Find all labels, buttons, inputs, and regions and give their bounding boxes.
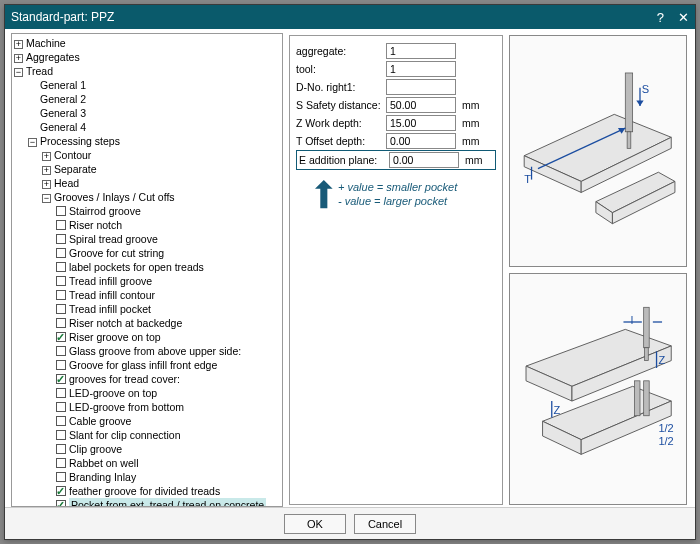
expand-icon[interactable]: + — [14, 54, 23, 63]
form-row: D-No. right1: — [296, 78, 496, 96]
window-title: Standard-part: PPZ — [11, 10, 114, 24]
checkbox[interactable] — [56, 262, 66, 272]
tree-leaf[interactable]: Groove for glass infill front edge — [69, 359, 217, 371]
form-label: aggregate: — [296, 45, 382, 57]
tree-node[interactable]: Contour — [54, 149, 91, 161]
tree-node-processing-steps[interactable]: Processing steps — [40, 135, 120, 147]
tree-leaf[interactable]: Riser notch — [69, 219, 122, 231]
tree-leaf[interactable]: Tread infill pocket — [69, 303, 151, 315]
form-input[interactable] — [386, 43, 456, 59]
checkbox[interactable] — [56, 444, 66, 454]
expand-icon[interactable]: + — [42, 152, 51, 161]
tree-node-grooves[interactable]: Grooves / Inlays / Cut offs — [54, 191, 175, 203]
form-input[interactable] — [389, 152, 459, 168]
checkbox[interactable] — [56, 248, 66, 258]
checkbox[interactable] — [56, 458, 66, 468]
tree-leaf[interactable]: Spiral tread groove — [69, 233, 158, 245]
svg-marker-0 — [282, 498, 283, 507]
form-unit: mm — [460, 117, 480, 129]
tree-leaf[interactable]: Clip groove — [69, 443, 122, 455]
tree-leaf[interactable]: Groove for cut string — [69, 247, 164, 259]
form-label: E addition plane: — [299, 154, 385, 166]
checkbox[interactable] — [56, 206, 66, 216]
form-input[interactable] — [386, 97, 456, 113]
tree-leaf[interactable]: feather groove for divided treads — [69, 485, 220, 497]
checkbox[interactable] — [56, 346, 66, 356]
tree-leaf[interactable]: Pocket from ext. tread / tread on concre… — [69, 498, 266, 507]
tree-leaf[interactable]: Riser notch at backedge — [69, 317, 182, 329]
checkbox[interactable] — [56, 304, 66, 314]
tree-node-tread[interactable]: Tread — [26, 65, 53, 77]
tree-leaf[interactable]: Riser groove on top — [69, 331, 161, 343]
window-controls: ? ✕ — [657, 11, 689, 24]
tree-node[interactable]: Head — [54, 177, 79, 189]
form-input[interactable] — [386, 115, 456, 131]
expand-icon[interactable]: + — [42, 180, 51, 189]
checkbox[interactable] — [56, 486, 66, 496]
svg-text:T: T — [524, 173, 531, 185]
tree-node[interactable]: General 4 — [40, 121, 86, 133]
arrow-left-icon — [282, 498, 283, 507]
tree-node[interactable]: General 2 — [40, 93, 86, 105]
checkbox[interactable] — [56, 402, 66, 412]
form-label: S Safety distance: — [296, 99, 382, 111]
tree-leaf[interactable]: Glass groove from above upper side: — [69, 345, 241, 357]
checkbox[interactable] — [56, 276, 66, 286]
expand-icon[interactable]: − — [28, 138, 37, 147]
tree-node[interactable]: Machine — [26, 37, 66, 49]
body: +Machine+Aggregates−TreadGeneral 1Genera… — [5, 29, 695, 507]
help-icon[interactable]: ? — [657, 11, 664, 24]
tree-leaf[interactable]: LED-groove on top — [69, 387, 157, 399]
tree-leaf[interactable]: Rabbet on well — [69, 457, 138, 469]
checkbox[interactable] — [56, 430, 66, 440]
expand-icon[interactable]: − — [14, 68, 23, 77]
svg-rect-17 — [644, 307, 650, 347]
expand-icon[interactable]: + — [42, 166, 51, 175]
form-input[interactable] — [386, 61, 456, 77]
cancel-button[interactable]: Cancel — [354, 514, 416, 534]
svg-text:1/2: 1/2 — [659, 422, 674, 434]
checkbox[interactable] — [56, 318, 66, 328]
form-row: S Safety distance:mm — [296, 96, 496, 114]
svg-rect-25 — [635, 381, 641, 416]
tree-node[interactable]: General 1 — [40, 79, 86, 91]
tree-leaf[interactable]: label pockets for open treads — [69, 261, 204, 273]
form-label: Z Work depth: — [296, 117, 382, 129]
tree-node[interactable]: General 3 — [40, 107, 86, 119]
tree-leaf[interactable]: Slant for clip connection — [69, 429, 180, 441]
tree-node[interactable]: Separate — [54, 163, 97, 175]
checkbox[interactable] — [56, 332, 66, 342]
tree-leaf[interactable]: Tread infill contour — [69, 289, 155, 301]
right-panel: aggregate:tool:D-No. right1:S Safety dis… — [287, 33, 689, 507]
tree-node[interactable]: Aggregates — [26, 51, 80, 63]
annot-line1: + value = smaller pocket — [338, 180, 457, 194]
checkbox[interactable] — [56, 220, 66, 230]
svg-text:Z: Z — [554, 404, 561, 416]
tree-root: +Machine+Aggregates−TreadGeneral 1Genera… — [14, 36, 280, 507]
checkbox[interactable] — [56, 416, 66, 426]
tree-leaf[interactable]: Stairrod groove — [69, 205, 141, 217]
checkbox[interactable] — [56, 360, 66, 370]
form-input[interactable] — [386, 133, 456, 149]
tree-leaf[interactable]: Tread infill groove — [69, 275, 152, 287]
tree-leaf[interactable]: Branding Inlay — [69, 471, 136, 483]
svg-text:l: l — [631, 314, 633, 326]
tree-leaf[interactable]: grooves for tread cover: — [69, 373, 180, 385]
checkbox[interactable] — [56, 472, 66, 482]
checkbox[interactable] — [56, 388, 66, 398]
expand-icon[interactable]: − — [42, 194, 51, 203]
tree-leaf[interactable]: Cable groove — [69, 415, 131, 427]
ok-button[interactable]: OK — [284, 514, 346, 534]
checkbox[interactable] — [56, 234, 66, 244]
form-input[interactable] — [386, 79, 456, 95]
tree-panel[interactable]: +Machine+Aggregates−TreadGeneral 1Genera… — [11, 33, 283, 507]
form-label: D-No. right1: — [296, 81, 382, 93]
checkbox[interactable] — [56, 374, 66, 384]
close-icon[interactable]: ✕ — [678, 11, 689, 24]
checkbox[interactable] — [56, 500, 66, 507]
svg-rect-18 — [645, 348, 649, 361]
svg-text:S: S — [642, 83, 649, 95]
checkbox[interactable] — [56, 290, 66, 300]
tree-leaf[interactable]: LED-groove from bottom — [69, 401, 184, 413]
expand-icon[interactable]: + — [14, 40, 23, 49]
